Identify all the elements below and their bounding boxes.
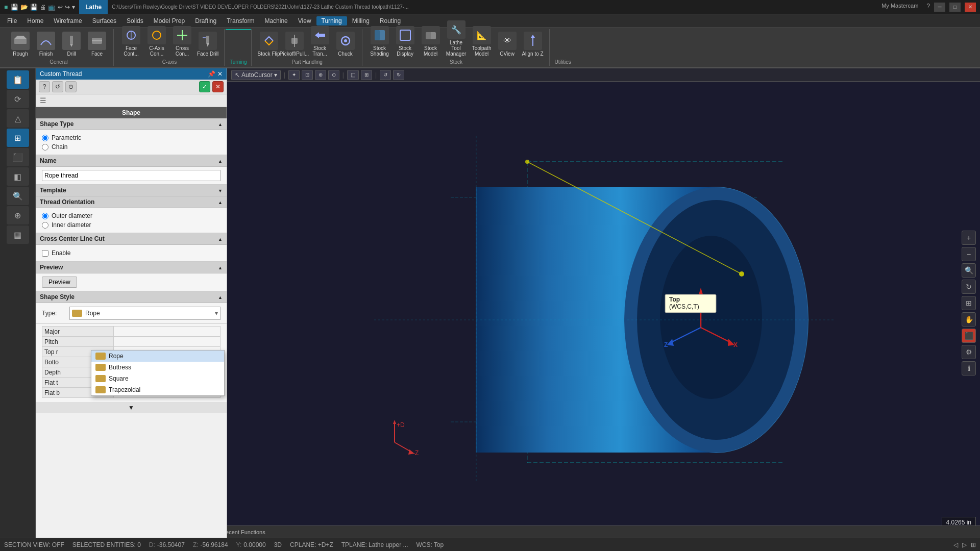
panel-copy-btn[interactable]: ⊙ — [65, 81, 77, 92]
section-header-template[interactable]: Template — [36, 185, 227, 196]
toolbar-btn-align-to-z[interactable]: Align to Z — [521, 30, 545, 58]
vp-btn-3[interactable]: ⊕ — [315, 70, 326, 80]
autocursor-btn[interactable]: ↖ AutoCursor ▾ — [231, 70, 281, 80]
menu-item-home[interactable]: Home — [22, 16, 48, 26]
cross-center-enable-label[interactable]: Enable — [52, 249, 70, 257]
sidebar-icon-4[interactable]: ⬛ — [7, 148, 29, 166]
rp-btn-minus[interactable]: − — [962, 247, 976, 261]
section-header-shape-style[interactable]: Shape Style — [36, 291, 227, 303]
dropdown-item-buttress[interactable]: Buttress — [91, 362, 224, 373]
panel-pin-btn[interactable]: 📌 — [208, 70, 215, 78]
toolbar-btn-stock-flip[interactable]: Stock Flip — [257, 30, 281, 58]
toolbar-btn-drill[interactable]: Drill — [59, 30, 84, 58]
section-header-preview[interactable]: Preview — [36, 262, 227, 273]
toolbar-btn-stock-model[interactable]: Stock Model — [419, 24, 443, 58]
vp-btn-1[interactable]: ✦ — [288, 70, 300, 80]
scroll-down-btn[interactable]: ▼ — [36, 402, 227, 413]
toolbar-btn-chuck[interactable]: Chuck — [333, 30, 358, 58]
radio-outer-input[interactable] — [42, 213, 48, 219]
rp-btn-search[interactable]: 🔍 — [962, 263, 976, 278]
param-input-major[interactable] — [116, 329, 218, 335]
rp-btn-plus[interactable]: + — [962, 231, 976, 245]
sidebar-icon-2[interactable]: △ — [7, 109, 29, 128]
toolbar-btn-face-cont[interactable]: Face Cont... — [119, 24, 143, 58]
toolbar-btn-lathe-tool[interactable]: 🔧 Lathe Tool Manager — [444, 19, 469, 58]
vp-btn-8[interactable]: ↻ — [393, 70, 404, 80]
toolbar-group-stock: Stock Shading Stock Display Stock Model … — [363, 29, 550, 66]
radio-parametric-label[interactable]: Parametric — [52, 134, 81, 141]
radio-chain-input[interactable] — [42, 144, 48, 151]
svg-text:X: X — [733, 341, 738, 348]
panel-cancel-btn[interactable]: ✕ — [212, 81, 224, 92]
shape-type-dropdown[interactable]: Rope ▾ — [69, 307, 220, 320]
menu-item-transform[interactable]: Transform — [222, 16, 259, 26]
menu-item-wireframe[interactable]: Wireframe — [48, 16, 87, 26]
radio-parametric-input[interactable] — [42, 135, 48, 141]
viewport[interactable]: ↖ AutoCursor ▾ | ✦ ⊡ ⊕ ⊙ | ◫ ⊞ | ↺ ↻ — [227, 68, 980, 538]
vp-btn-7[interactable]: ↺ — [380, 70, 391, 80]
left-sidebar: 📋 ⟳ △ ⊞ ⬛ ◧ 🔍 ⊕ ▦ — [0, 68, 36, 538]
radio-inner-label[interactable]: Inner diameter — [52, 221, 91, 229]
toolbar-btn-face-drill[interactable]: Face Drill — [195, 30, 220, 58]
name-input[interactable] — [42, 170, 220, 181]
toolbar-btn-stock-shading[interactable]: Stock Shading — [368, 24, 392, 58]
toolbar-btn-cview[interactable]: 👁 CView — [495, 30, 520, 58]
minimize-button[interactable]: ─ — [934, 3, 945, 12]
panel-close-btn[interactable]: ✕ — [217, 70, 223, 78]
sidebar-icon-0[interactable]: 📋 — [7, 70, 29, 89]
dropdown-item-square[interactable]: Square — [91, 373, 224, 384]
rp-btn-red[interactable]: ⬛ — [962, 329, 976, 343]
rp-btn-fit[interactable]: ⊞ — [962, 296, 976, 310]
toolbar-btn-cross-cont[interactable]: Cross Con... — [170, 24, 194, 58]
radio-outer-label[interactable]: Outer diameter — [52, 212, 92, 219]
cursor-icon: ↖ — [235, 71, 240, 79]
panel-scroll-area[interactable]: Shape Type Parametric Chain Name — [36, 118, 227, 538]
dropdown-item-rope[interactable]: Rope — [91, 350, 224, 362]
radio-chain-label[interactable]: Chain — [52, 143, 67, 151]
toolbar-btn-finish[interactable]: Finish — [34, 30, 58, 58]
vp-btn-2[interactable]: ⊡ — [302, 70, 313, 80]
preview-button[interactable]: Preview — [42, 277, 77, 288]
toolbar-btn-toolpath-model[interactable]: 📐 Toolpath Model — [470, 24, 494, 58]
rp-btn-pan[interactable]: ✋ — [962, 312, 976, 327]
sidebar-icon-5[interactable]: ◧ — [7, 167, 29, 186]
cview-label: CView — [500, 51, 514, 57]
toolbar-btn-caxis-cont[interactable]: C-Axis Con... — [144, 24, 169, 58]
toolbar-btn-stock-tran[interactable]: Stock Tran... — [308, 24, 332, 58]
cross-center-checkbox[interactable] — [42, 250, 48, 257]
autocursor-arrow: ▾ — [274, 71, 277, 79]
dropdown-item-trapezoidal[interactable]: Trapezoidal — [91, 384, 224, 395]
panel-menu-icon[interactable]: ☰ — [36, 94, 227, 107]
sidebar-icon-3[interactable]: ⊞ — [7, 129, 29, 147]
type-label: Type: — [42, 310, 67, 317]
sidebar-icon-1[interactable]: ⟳ — [7, 90, 29, 108]
toolbar-btn-rough[interactable]: Rough — [8, 30, 33, 58]
vp-btn-5[interactable]: ◫ — [347, 70, 359, 80]
toolbar-btn-stock-display[interactable]: Stock Display — [393, 24, 418, 58]
rp-btn-settings[interactable]: ⚙ — [962, 345, 976, 359]
sidebar-icon-6[interactable]: 🔍 — [7, 187, 29, 205]
menu-item-file[interactable]: File — [2, 16, 22, 26]
section-header-shape-type[interactable]: Shape Type — [36, 118, 227, 130]
section-header-name[interactable]: Name — [36, 155, 227, 167]
section-header-thread-orientation[interactable]: Thread Orientation — [36, 196, 227, 208]
panel-reset-btn[interactable]: ↺ — [52, 81, 63, 92]
menu-item-surfaces[interactable]: Surfaces — [87, 16, 121, 26]
radio-inner-input[interactable] — [42, 222, 48, 229]
maximize-button[interactable]: □ — [949, 3, 961, 12]
panel-help-btn[interactable]: ? — [39, 81, 50, 92]
param-input-pitch[interactable] — [116, 339, 218, 345]
vp-btn-6[interactable]: ⊞ — [361, 70, 372, 80]
toolbar-btn-pickoff[interactable]: Pickoff/Pull... — [282, 30, 307, 58]
help-icon[interactable]: ? — [926, 3, 930, 12]
panel-ok-btn[interactable]: ✓ — [199, 81, 210, 92]
toolbar-btn-face[interactable]: Face — [85, 30, 109, 58]
vp-btn-4[interactable]: ⊙ — [328, 70, 339, 80]
close-button[interactable]: ✕ — [965, 3, 976, 12]
sidebar-icon-8[interactable]: ▦ — [7, 226, 29, 244]
rp-btn-info[interactable]: ℹ — [962, 361, 976, 375]
rp-btn-rotate[interactable]: ↻ — [962, 280, 976, 294]
section-header-cross-center[interactable]: Cross Center Line Cut — [36, 233, 227, 245]
sidebar-icon-7[interactable]: ⊕ — [7, 206, 29, 224]
radio-inner: Inner diameter — [42, 220, 220, 230]
